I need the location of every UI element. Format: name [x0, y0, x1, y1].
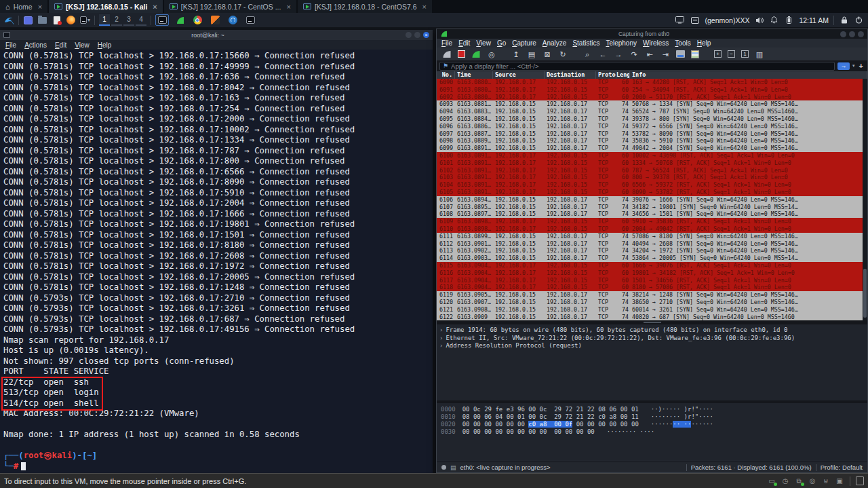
clock[interactable]: 12:11 AM — [799, 16, 829, 24]
maximize-button[interactable] — [849, 31, 855, 37]
add-filter-button[interactable]: + — [858, 62, 865, 70]
packet-row[interactable]: 6118 6163.0904… 192.168.0.17 192.168.0.1… — [437, 284, 867, 291]
menu-item[interactable]: File — [5, 41, 16, 49]
minimize-button[interactable] — [840, 31, 846, 37]
burp-task-button[interactable] — [208, 14, 222, 26]
hex-row[interactable]: 003000 00 00 00 00 00 00 00 00 00 00 00·… — [441, 428, 867, 436]
workspace-3[interactable]: 3 — [123, 14, 134, 26]
column-time[interactable]: Time — [455, 71, 493, 79]
menu-item[interactable]: View — [75, 41, 90, 49]
scrollbar-handle[interactable] — [863, 269, 867, 318]
close-icon[interactable]: × — [422, 3, 427, 11]
hex-row[interactable]: 000000 0c 29 fe e3 96 00 0c 29 72 21 22 … — [441, 406, 867, 413]
maximize-button[interactable] — [414, 32, 420, 38]
lock-icon[interactable] — [839, 15, 849, 25]
app-task-button[interactable] — [226, 14, 239, 26]
last-packet-icon[interactable]: ⇥ — [660, 49, 670, 60]
packet-row[interactable]: 6110 6163.0898… 192.168.0.17 192.168.0.1… — [437, 225, 867, 233]
zoom-in-icon[interactable]: + — [714, 50, 722, 58]
hex-row[interactable]: 002000 00 00 00 00 00 c0 a8 00 0f 00 00 … — [441, 421, 867, 428]
packet-row[interactable]: 6112 6163.0901… 192.168.0.15 192.168.0.1… — [437, 240, 867, 248]
packet-row[interactable]: 6115 6163.0904… 192.168.0.17 192.168.0.1… — [437, 262, 867, 269]
packet-row[interactable]: 6105 6163.0891… 192.168.0.17 192.168.0.1… — [437, 189, 867, 196]
menu-item[interactable]: Tools — [675, 39, 690, 47]
tab-home[interactable]: ⌂ Home × — [0, 0, 47, 13]
wireshark-task-button[interactable] — [173, 14, 186, 26]
menu-item[interactable]: Statistics — [572, 39, 599, 47]
terminal2-task-button[interactable] — [243, 14, 257, 26]
text-editor-icon[interactable] — [52, 15, 62, 25]
goto-packet-icon[interactable]: ↷ — [629, 49, 639, 60]
menu-item[interactable]: View — [476, 39, 491, 47]
kali-menu-icon[interactable] — [4, 15, 14, 25]
menu-item[interactable]: Actions — [24, 41, 47, 49]
profile-label[interactable]: Profile: Default — [821, 464, 863, 471]
expander-icon[interactable] — [439, 335, 446, 341]
column-info[interactable]: Info — [630, 71, 867, 79]
harddisk-device-icon[interactable]: ▭ — [767, 477, 776, 485]
packet-row[interactable]: 6094 6163.0883… 192.168.0.15 192.168.0.1… — [437, 108, 867, 115]
capture-options-icon[interactable]: ◎ — [487, 49, 496, 60]
find-icon[interactable]: ⌕ — [583, 49, 592, 60]
packet-row[interactable]: 6090 6163.0880… 192.168.0.17 192.168.0.1… — [437, 79, 867, 86]
packet-row[interactable]: 6120 6163.0907… 192.168.0.15 192.168.0.1… — [437, 299, 867, 306]
resize-columns-icon[interactable]: ▥ — [755, 49, 764, 60]
pane-splitter[interactable] — [437, 320, 867, 324]
close-button[interactable]: × — [423, 32, 429, 38]
menu-item[interactable]: Analyze — [542, 39, 567, 47]
close-capture-icon[interactable]: ⊠ — [542, 49, 552, 60]
minimize-button[interactable] — [406, 32, 412, 38]
zoom-reset-icon[interactable]: 1 — [741, 50, 749, 58]
open-file-icon[interactable]: ↥ — [511, 49, 521, 60]
display-filter-input[interactable]: ⚑ Apply a display filter ... <Ctrl-/> — [439, 62, 835, 71]
packet-row[interactable]: 6092 6163.0880… 192.168.0.17 192.168.0.1… — [437, 94, 867, 101]
tab-centos17-vm[interactable]: [KSJ] 192.168.0.17 - CentOS ... × — [164, 0, 296, 13]
terminal-body[interactable]: CONN (0.5781s) TCP localhost > 192.168.0… — [0, 50, 433, 473]
autoscroll-icon[interactable] — [676, 50, 685, 58]
packet-row[interactable]: 6102 6163.0891… 192.168.0.17 192.168.0.1… — [437, 167, 867, 174]
close-icon[interactable]: × — [286, 3, 290, 11]
hex-row[interactable]: 001008 00 06 04 00 01 00 0c 29 72 21 22 … — [441, 413, 867, 421]
workspace-4[interactable]: 4 — [136, 14, 146, 26]
packet-row[interactable]: 6101 6163.0891… 192.168.0.17 192.168.0.1… — [437, 159, 867, 167]
tab-centos18-vm[interactable]: [KSJ] 192.168.0.18 - CentOS7.6 × — [298, 0, 432, 13]
packet-row[interactable]: 6100 6163.0891… 192.168.0.17 192.168.0.1… — [437, 152, 867, 159]
restart-capture-icon[interactable] — [471, 50, 481, 58]
battery-icon[interactable] — [784, 15, 794, 25]
packet-row[interactable]: 6098 6163.0889… 192.168.0.15 192.168.0.1… — [437, 137, 867, 145]
packet-list-scrollbar[interactable] — [863, 79, 867, 320]
packet-row[interactable]: 6121 6163.0908… 192.168.0.15 192.168.0.1… — [437, 306, 867, 314]
start-capture-icon[interactable] — [442, 50, 452, 58]
column-protocol[interactable]: Protocol — [596, 71, 616, 79]
expander-icon[interactable] — [439, 342, 446, 349]
packet-row[interactable]: 6093 6163.0881… 192.168.0.15 192.168.0.1… — [437, 100, 867, 108]
close-icon[interactable]: × — [38, 3, 42, 11]
detail-row[interactable]: Frame 1914: 60 bytes on wire (480 bits),… — [439, 326, 867, 335]
terminal-titlebar[interactable]: root@kali: ~ × — [0, 30, 433, 40]
packet-row[interactable]: 6109 6163.0898… 192.168.0.17 192.168.0.1… — [437, 218, 867, 225]
display-icon[interactable] — [675, 15, 685, 25]
packet-row[interactable]: 6099 6163.0891… 192.168.0.15 192.168.0.1… — [437, 145, 867, 152]
apply-filter-button[interactable]: → — [837, 62, 850, 70]
wireshark-titlebar[interactable]: Capturing from eth0 — [437, 29, 867, 39]
packet-row[interactable]: 6122 6163.0909 192.168.0.15 192.168.0.17… — [437, 314, 867, 321]
indicator-icon[interactable] — [690, 15, 700, 25]
packet-row[interactable]: 6117 6163.0904… 192.168.0.17 192.168.0.1… — [437, 277, 867, 284]
show-desktop-icon[interactable] — [23, 15, 33, 25]
terminal-launcher-icon[interactable]: ▾ — [80, 15, 90, 25]
menu-item[interactable]: Capture — [512, 39, 536, 47]
chevron-down-icon[interactable]: ▾ — [852, 63, 855, 69]
workspace-1[interactable]: 1 — [99, 14, 110, 26]
printer-device-icon[interactable]: ▣ — [835, 477, 844, 485]
packet-row[interactable]: 6104 6163.0891… 192.168.0.17 192.168.0.1… — [437, 181, 867, 189]
expander-icon[interactable] — [439, 326, 446, 333]
packet-row[interactable]: 6091 6163.0880… 192.168.0.17 192.168.0.1… — [437, 86, 867, 94]
column-source[interactable]: Source — [493, 71, 545, 79]
detail-row[interactable]: Address Resolution Protocol (request) — [439, 342, 867, 350]
menu-item[interactable]: Help — [697, 39, 711, 47]
packet-row[interactable]: 6096 6163.0886… 192.168.0.15 192.168.0.1… — [437, 123, 867, 130]
packet-row[interactable]: 6103 6163.0891… 192.168.0.17 192.168.0.1… — [437, 174, 867, 181]
packet-row[interactable]: 6113 6163.0902… 192.168.0.15 192.168.0.1… — [437, 247, 867, 255]
packet-row[interactable]: 6116 6163.0904… 192.168.0.17 192.168.0.1… — [437, 269, 867, 277]
notifications-icon[interactable] — [769, 15, 779, 25]
